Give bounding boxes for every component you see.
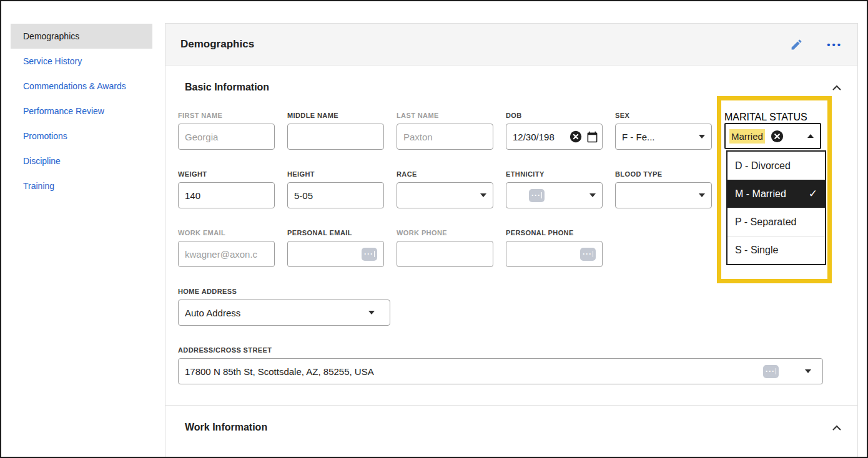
address-cross-street-input[interactable]: 17800 N 85th St, Scottsdale, AZ, 85255, …	[178, 358, 823, 384]
field-address-cross-street: ADDRESS/CROSS STREET 17800 N 85th St, Sc…	[178, 346, 823, 384]
height-input[interactable]	[287, 182, 384, 208]
app-window: Demographics Service History Commendatio…	[0, 0, 868, 458]
weight-input[interactable]	[178, 182, 275, 208]
personal-email-label: PERSONAL EMAIL	[287, 229, 384, 236]
form-row-1: FIRST NAME MIDDLE NAME LAST NAME DOB 12/…	[178, 112, 845, 150]
address-cross-street-value: 17800 N 85th St, Scottsdale, AZ, 85255, …	[185, 366, 763, 377]
sidebar-item-commendations-awards[interactable]: Commendations & Awards	[11, 74, 152, 99]
sidebar-item-performance-review[interactable]: Performance Review	[11, 99, 152, 124]
last-name-input	[397, 124, 493, 150]
middle-name-input[interactable]	[287, 124, 384, 150]
field-height: HEIGHT	[287, 170, 384, 208]
autofill-icon[interactable]: ···	[580, 248, 596, 261]
sidebar-item-demographics[interactable]: Demographics	[11, 24, 152, 49]
autofill-icon[interactable]: ···	[529, 189, 545, 202]
marital-status-label: MARITAL STATUS	[724, 112, 807, 122]
sidebar-item-training[interactable]: Training	[11, 173, 152, 198]
sex-label: SEX	[615, 112, 712, 119]
collapse-basic-chevron-up-icon[interactable]	[832, 85, 841, 90]
option-label: S - Single	[735, 245, 778, 256]
sex-select[interactable]: F - Fe...	[615, 124, 712, 150]
first-name-input	[178, 124, 275, 150]
edit-pencil-icon[interactable]	[790, 38, 803, 51]
middle-name-label: MIDDLE NAME	[287, 112, 384, 119]
check-icon: ✓	[809, 187, 817, 200]
field-work-email: WORK EMAIL	[178, 229, 275, 267]
work-email-label: WORK EMAIL	[178, 229, 275, 236]
field-blood-type: BLOOD TYPE	[615, 170, 712, 208]
sidebar-item-service-history[interactable]: Service History	[11, 49, 152, 74]
field-dob: DOB 12/30/198	[506, 112, 603, 150]
form-row-5: ADDRESS/CROSS STREET 17800 N 85th St, Sc…	[178, 346, 845, 384]
option-label: P - Separated	[735, 217, 796, 228]
chevron-down-icon	[368, 311, 375, 314]
calendar-icon[interactable]	[586, 131, 598, 143]
work-information-header: Work Information	[185, 422, 841, 433]
dropdown-option-separated[interactable]: P - Separated	[727, 208, 825, 236]
chevron-up-icon	[807, 134, 814, 138]
dropdown-option-married[interactable]: M - Married ✓	[727, 180, 825, 208]
last-name-label: LAST NAME	[397, 112, 493, 119]
field-race: RACE	[397, 170, 493, 208]
dob-value: 12/30/198	[513, 132, 569, 142]
field-weight: WEIGHT	[178, 170, 275, 208]
work-phone-input	[397, 241, 493, 267]
sidebar-item-discipline[interactable]: Discipline	[11, 149, 152, 173]
basic-information-section: Basic Information FIRST NAME MIDDLE NAME…	[165, 66, 857, 384]
page-title: Demographics	[180, 38, 254, 51]
weight-label: WEIGHT	[178, 170, 275, 178]
work-email-input	[178, 241, 275, 267]
section-title-work: Work Information	[185, 422, 267, 433]
address-cross-street-label: ADDRESS/CROSS STREET	[178, 346, 823, 354]
clear-x-icon[interactable]	[770, 129, 784, 144]
header-actions: •••	[790, 38, 842, 51]
first-name-label: FIRST NAME	[178, 112, 275, 119]
dob-label: DOB	[506, 112, 603, 119]
field-ethnicity: ETHNICITY ···	[506, 170, 603, 208]
race-label: RACE	[397, 170, 493, 178]
home-address-label: HOME ADDRESS	[178, 288, 390, 295]
more-options-icon[interactable]: •••	[827, 40, 842, 49]
dob-input[interactable]: 12/30/198	[506, 124, 603, 150]
dropdown-option-single[interactable]: S - Single	[727, 236, 825, 264]
clear-x-icon[interactable]	[569, 130, 583, 144]
work-phone-label: WORK PHONE	[397, 229, 493, 236]
ethnicity-label: ETHNICITY	[506, 170, 603, 178]
field-middle-name: MIDDLE NAME	[287, 112, 384, 150]
home-address-select[interactable]: Auto Address	[178, 300, 390, 326]
blood-type-select[interactable]	[615, 182, 712, 208]
field-home-address: HOME ADDRESS Auto Address	[178, 288, 390, 326]
basic-information-header: Basic Information	[185, 82, 841, 93]
sidebar: Demographics Service History Commendatio…	[11, 24, 152, 198]
sidebar-item-promotions[interactable]: Promotions	[11, 124, 152, 149]
marital-status-combobox[interactable]: Married	[724, 123, 821, 149]
field-personal-email: PERSONAL EMAIL ···	[287, 229, 384, 267]
chevron-down-icon	[699, 135, 705, 139]
option-label: M - Married	[735, 188, 786, 200]
personal-phone-label: PERSONAL PHONE	[506, 229, 603, 236]
autofill-icon[interactable]: ···	[362, 248, 377, 261]
field-marital-status: MARITAL STATUS Married D - Divorced	[724, 112, 821, 150]
blood-type-label: BLOOD TYPE	[615, 170, 712, 178]
sex-value: F - Fe...	[622, 132, 699, 142]
ethnicity-select[interactable]: ···	[506, 182, 603, 208]
height-label: HEIGHT	[287, 170, 384, 178]
option-label: D - Divorced	[735, 160, 791, 172]
dropdown-option-divorced[interactable]: D - Divorced	[727, 152, 825, 180]
field-sex: SEX F - Fe...	[615, 112, 712, 150]
collapse-work-chevron-up-icon[interactable]	[832, 425, 841, 431]
autofill-icon[interactable]: ···	[763, 365, 779, 378]
field-work-phone: WORK PHONE	[397, 229, 493, 267]
personal-email-input[interactable]: ···	[287, 241, 384, 267]
demographics-panel: Demographics ••• Basic Information FIRST…	[165, 23, 858, 458]
personal-phone-input[interactable]: ···	[506, 241, 603, 267]
chevron-down-icon	[480, 193, 486, 197]
form-row-4: HOME ADDRESS Auto Address	[178, 288, 845, 326]
marital-status-dropdown: D - Divorced M - Married ✓ P - Separated…	[726, 150, 826, 265]
work-information-section: Work Information	[165, 406, 857, 433]
race-select[interactable]	[397, 182, 493, 208]
chevron-down-icon	[805, 369, 811, 373]
home-address-value: Auto Address	[185, 308, 368, 318]
chevron-down-icon	[699, 193, 705, 197]
field-first-name: FIRST NAME	[178, 112, 275, 150]
